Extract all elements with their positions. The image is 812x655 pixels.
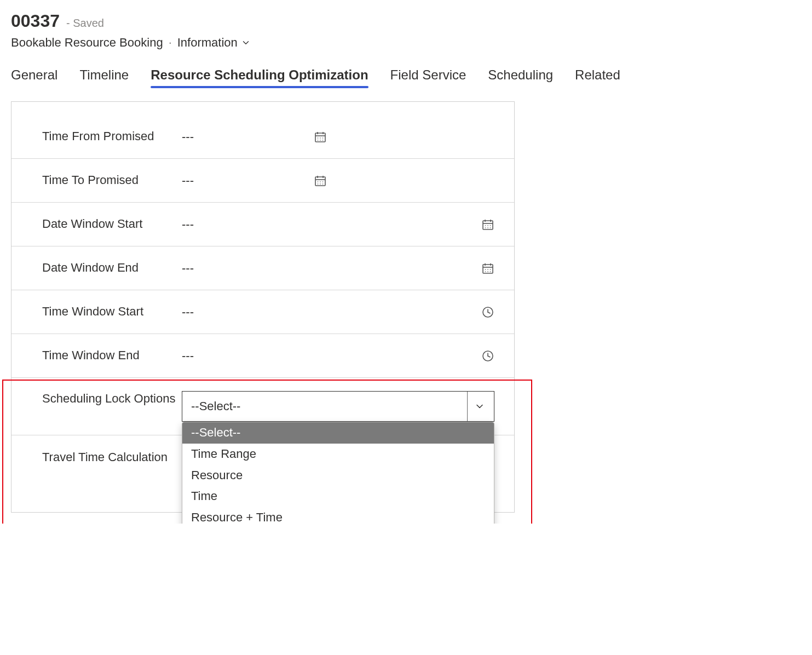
field-label: Time Window Start: [42, 304, 182, 320]
field-date-window-start[interactable]: Date Window Start ---: [11, 203, 514, 246]
dropdown-option-time[interactable]: Time: [182, 486, 494, 507]
field-value: ---: [182, 349, 194, 363]
breadcrumb-separator: ·: [169, 36, 172, 50]
field-time-window-start[interactable]: Time Window Start ---: [11, 290, 514, 334]
tab-scheduling[interactable]: Scheduling: [488, 67, 553, 88]
scheduling-lock-options-select[interactable]: --Select--: [182, 391, 494, 422]
field-value: ---: [182, 261, 194, 275]
dropdown-option-resource-time[interactable]: Resource + Time: [182, 507, 494, 524]
form-selector[interactable]: Information: [177, 36, 251, 50]
dropdown-option-time-range[interactable]: Time Range: [182, 444, 494, 465]
field-scheduling-lock-options: Scheduling Lock Options --Select-- --Sel…: [11, 378, 514, 435]
field-value: ---: [182, 217, 194, 232]
tab-resource-scheduling-optimization[interactable]: Resource Scheduling Optimization: [151, 67, 368, 88]
field-label: Date Window Start: [42, 216, 182, 232]
clock-icon: [481, 306, 494, 319]
dropdown-option-select[interactable]: --Select--: [182, 422, 494, 444]
save-status: - Saved: [66, 17, 104, 30]
tab-related[interactable]: Related: [575, 67, 620, 88]
tab-timeline[interactable]: Timeline: [79, 67, 129, 88]
field-date-window-end[interactable]: Date Window End ---: [11, 246, 514, 290]
field-label: Scheduling Lock Options: [42, 391, 182, 407]
field-label: Time Window End: [42, 348, 182, 364]
field-label: Date Window End: [42, 260, 182, 276]
entity-name: Bookable Resource Booking: [11, 36, 163, 50]
dropdown-option-resource[interactable]: Resource: [182, 465, 494, 486]
record-header: 00337 - Saved Bookable Resource Booking …: [11, 11, 801, 50]
field-label: Time To Promised: [42, 173, 182, 188]
form-name: Information: [177, 36, 238, 50]
record-title: 00337: [11, 11, 60, 31]
field-time-to-promised[interactable]: Time To Promised ---: [11, 159, 514, 203]
breadcrumb: Bookable Resource Booking · Information: [11, 36, 801, 50]
chevron-down-icon: [241, 38, 251, 48]
calendar-icon: [314, 130, 327, 143]
field-time-window-end[interactable]: Time Window End ---: [11, 334, 514, 378]
tab-list: General Timeline Resource Scheduling Opt…: [11, 67, 801, 88]
calendar-icon: [314, 174, 327, 187]
field-value: ---: [182, 130, 194, 144]
tab-general[interactable]: General: [11, 67, 57, 88]
field-time-from-promised[interactable]: Time From Promised ---: [11, 115, 514, 159]
field-value: ---: [182, 174, 194, 188]
scheduling-lock-options-dropdown: --Select-- Time Range Resource Time Reso…: [182, 422, 494, 524]
tab-field-service[interactable]: Field Service: [390, 67, 467, 88]
field-label: Travel Time Calculation: [42, 450, 182, 466]
calendar-icon: [481, 218, 494, 231]
field-label: Time From Promised: [42, 129, 182, 145]
select-value: --Select--: [191, 399, 240, 413]
form-panel: Time From Promised --- Time To Promised …: [11, 101, 515, 513]
calendar-icon: [481, 262, 494, 275]
chevron-down-icon: [474, 401, 485, 412]
field-value: ---: [182, 305, 194, 319]
clock-icon: [481, 349, 494, 363]
